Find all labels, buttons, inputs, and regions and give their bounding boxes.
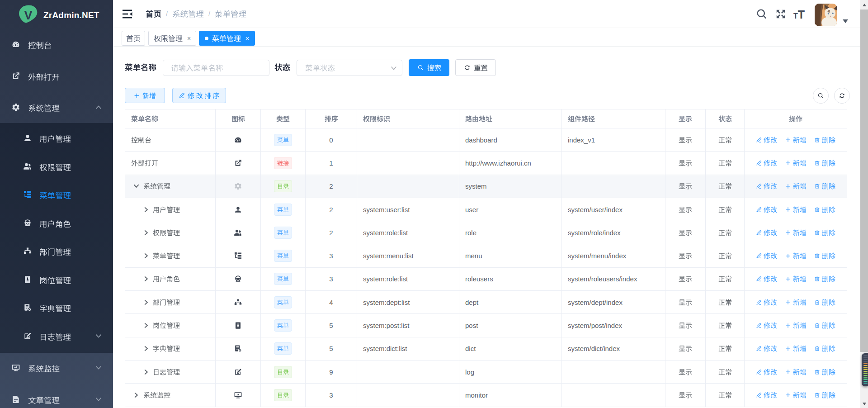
svg-text:V: V <box>24 9 32 22</box>
